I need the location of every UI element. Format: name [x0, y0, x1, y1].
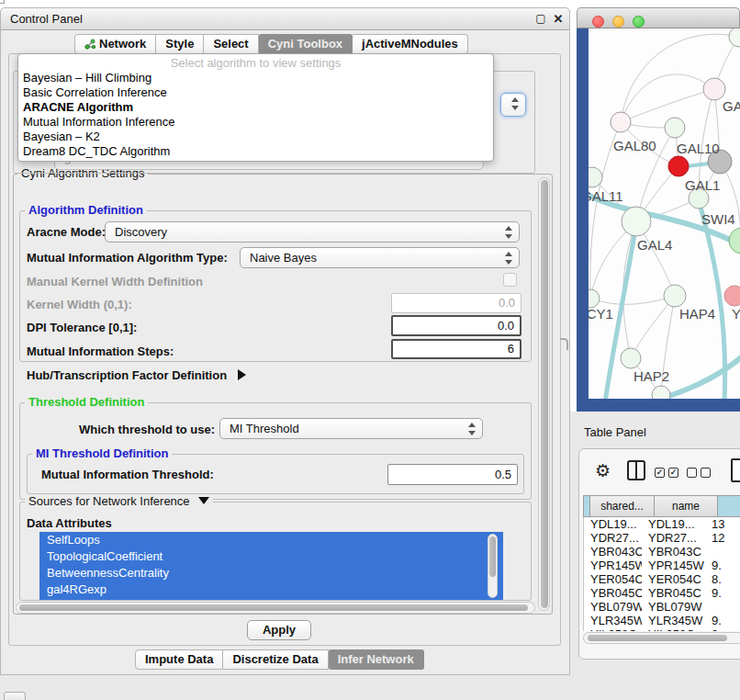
network-window-titlebar[interactable]: [577, 7, 740, 28]
list-item-gal4rgexp[interactable]: gal4RGexp: [39, 581, 503, 598]
hub-definition-expander[interactable]: Hub/Transcription Factor Definition: [27, 368, 246, 382]
tab-jactivemnodules[interactable]: jActiveMNodules: [353, 34, 468, 54]
table-row[interactable]: YLR345WYLR345W9.: [584, 614, 740, 627]
close-icon[interactable]: ✕: [551, 11, 566, 27]
popup-item-bayesian-hill-climbing[interactable]: Bayesian – Hill Climbing: [18, 71, 493, 85]
bottom-tabbar: Impute Data Discretize Data Infer Networ…: [135, 649, 424, 670]
show-columns-icon[interactable]: ✓ ✓: [655, 468, 678, 478]
settings-horizontal-scrollbar[interactable]: [16, 602, 535, 614]
gal80-pink-node[interactable]: [611, 112, 631, 132]
data-attributes-label: Data Attributes: [27, 516, 112, 530]
gal4-green-node[interactable]: [622, 207, 651, 236]
manual-kernel-label: Manual Kernel Width Definition: [27, 275, 203, 288]
tab-style[interactable]: Style: [156, 34, 204, 54]
control-panel-window: Control Panel ▢ ✕ Network Style Select: [0, 7, 570, 675]
stepper-icon: [467, 423, 476, 435]
sources-group-title[interactable]: Sources for Network Inference: [25, 495, 213, 508]
gcy1-green-node[interactable]: [589, 289, 600, 308]
list-item-selfloops[interactable]: SelfLoops: [39, 532, 503, 548]
table-panel-box: ⚙ ✓ ✓ shared... name YDL19...Y: [578, 448, 740, 660]
row-header-column[interactable]: [584, 496, 590, 516]
tab-select[interactable]: Select: [204, 34, 258, 54]
table-row[interactable]: YBR043CYBR043C: [584, 545, 740, 559]
table-row[interactable]: YDR27...YDR27...12: [584, 531, 740, 545]
network-combo-fragment[interactable]: [500, 93, 526, 117]
network-tab-icon: [84, 37, 95, 55]
control-panel-titlebar[interactable]: Control Panel ▢ ✕: [1, 8, 569, 30]
mi-threshold-field[interactable]: 0.5: [387, 464, 518, 485]
partial-top-node[interactable]: [729, 28, 740, 47]
column-header-shared-name[interactable]: shared...: [590, 496, 655, 516]
data-attributes-list: SelfLoops TopologicalCoefficient Between…: [39, 532, 503, 600]
gal-partial-pink-node[interactable]: [703, 78, 725, 100]
right-bright-green-node[interactable]: [729, 228, 740, 254]
dpi-tolerance-field[interactable]: 0.0: [391, 315, 521, 336]
table-row[interactable]: YDL19...YDL19...13: [584, 517, 740, 531]
traffic-light-minimize-icon[interactable]: [612, 16, 624, 28]
tab-impute-data[interactable]: Impute Data: [135, 649, 223, 670]
hap4-green-node[interactable]: [664, 285, 686, 307]
tab-discretize-data[interactable]: Discretize Data: [223, 649, 328, 670]
node-label: GAL10: [677, 141, 720, 156]
table-row[interactable]: YIL052CYIL052C9.: [584, 627, 740, 631]
table-row[interactable]: YPR145WYPR145W9.: [584, 559, 740, 572]
document-icon[interactable]: [731, 458, 740, 482]
apply-button[interactable]: Apply: [247, 620, 311, 640]
mi-steps-field[interactable]: 6: [391, 339, 521, 359]
mi-type-combo[interactable]: Naive Bayes: [240, 247, 520, 268]
table-horizontal-scrollbar[interactable]: [583, 632, 740, 644]
mi-type-value: Naive Bayes: [250, 251, 317, 265]
tab-infer-network[interactable]: Infer Network: [329, 649, 424, 670]
unchecked-box-icon: [687, 468, 697, 478]
hide-columns-icon[interactable]: [687, 468, 711, 478]
table-row[interactable]: YBR045CYBR045C9.: [584, 586, 740, 600]
settings-vertical-scrollbar[interactable]: [538, 177, 550, 611]
bottom-partial-node[interactable]: [652, 386, 670, 399]
node-label: GAL80: [613, 138, 656, 153]
control-panel-title: Control Panel: [10, 8, 83, 29]
tab-cyni-toolbox[interactable]: Cyni Toolbox: [259, 34, 353, 54]
list-item-betweennesscentrality[interactable]: BetweennessCentrality: [39, 565, 503, 581]
popup-item-basic-correlation[interactable]: Basic Correlation Inference: [18, 85, 493, 100]
node-label: HAP2: [633, 368, 669, 384]
table-panel-title: Table Panel: [584, 425, 646, 439]
manual-kernel-checkbox[interactable]: [503, 273, 517, 287]
salmon-node[interactable]: [724, 286, 740, 306]
aracne-mode-combo[interactable]: Discovery: [105, 221, 520, 243]
list-item-topologicalcoefficient[interactable]: TopologicalCoefficient: [39, 548, 503, 565]
checked-box-icon: ✓: [668, 468, 678, 478]
mi-steps-label: Mutual Information Steps:: [27, 344, 174, 358]
attribute-list-scrollbar[interactable]: [488, 534, 498, 598]
stepper-icon: [504, 252, 512, 265]
popup-placeholder: Select algorithm to view settings: [18, 56, 493, 71]
node-label: GCY1: [589, 306, 613, 322]
table-row[interactable]: YBL079WYBL079W: [584, 600, 740, 614]
gal1-red-node[interactable]: [668, 156, 689, 176]
hub-expand-arrow-icon: [238, 369, 246, 380]
panel-splitter-handle[interactable]: [560, 338, 568, 350]
network-canvas[interactable]: GAL GAL80 GAL10 GAL1 GAL11 SWI4 GAL4 GCY…: [589, 28, 740, 399]
column-header-name[interactable]: name: [655, 496, 718, 516]
popup-item-dream8[interactable]: Dream8 DC_TDC Algorithm: [18, 144, 493, 159]
node-label: GAL: [723, 98, 740, 114]
table-header-row: shared... name: [583, 495, 740, 517]
tab-network[interactable]: Network: [74, 34, 156, 54]
threshold-definition-title: Threshold Definition: [25, 396, 148, 409]
network-frame: GAL GAL80 GAL10 GAL1 GAL11 SWI4 GAL4 GCY…: [577, 28, 740, 412]
kernel-width-field[interactable]: 0.0: [391, 293, 521, 313]
table-panel-area: Table Panel ⚙ ✓ ✓ shared... name: [570, 412, 740, 700]
traffic-light-close-icon[interactable]: [592, 16, 604, 28]
hap2-green-node[interactable]: [621, 348, 641, 368]
columns-icon[interactable]: [627, 460, 645, 480]
cutoff-button[interactable]: [4, 692, 26, 700]
which-threshold-combo[interactable]: MI Threshold: [219, 418, 483, 439]
gal10-green-node[interactable]: [665, 118, 685, 138]
popup-item-bayesian-k2[interactable]: Bayesian – K2: [18, 130, 493, 144]
column-header-partial[interactable]: [718, 496, 740, 516]
popup-item-aracne[interactable]: ARACNE Algorithm: [18, 100, 493, 115]
traffic-light-zoom-icon[interactable]: [633, 16, 645, 28]
popup-item-mutual-information[interactable]: Mutual Information Inference: [18, 115, 493, 130]
gear-icon[interactable]: ⚙: [595, 459, 611, 483]
table-row[interactable]: YER054CYER054C8.: [584, 572, 740, 586]
float-icon[interactable]: ▢: [533, 11, 548, 27]
